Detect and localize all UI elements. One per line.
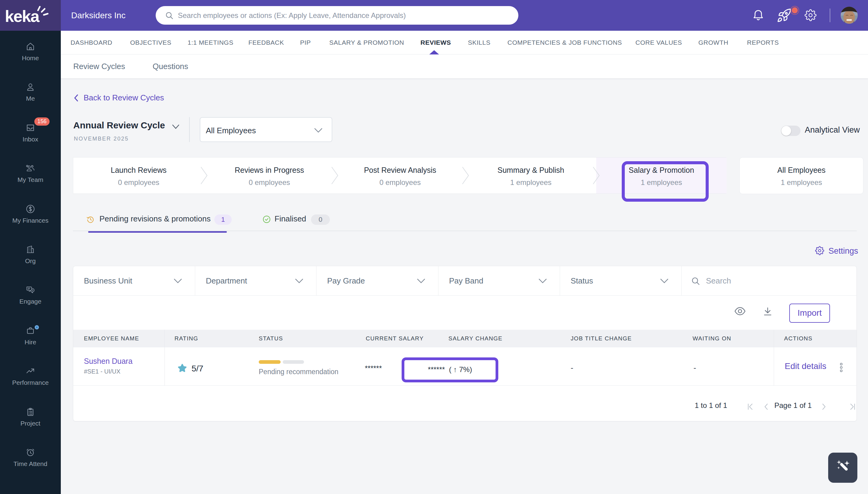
svg-text:keka: keka <box>5 7 40 25</box>
